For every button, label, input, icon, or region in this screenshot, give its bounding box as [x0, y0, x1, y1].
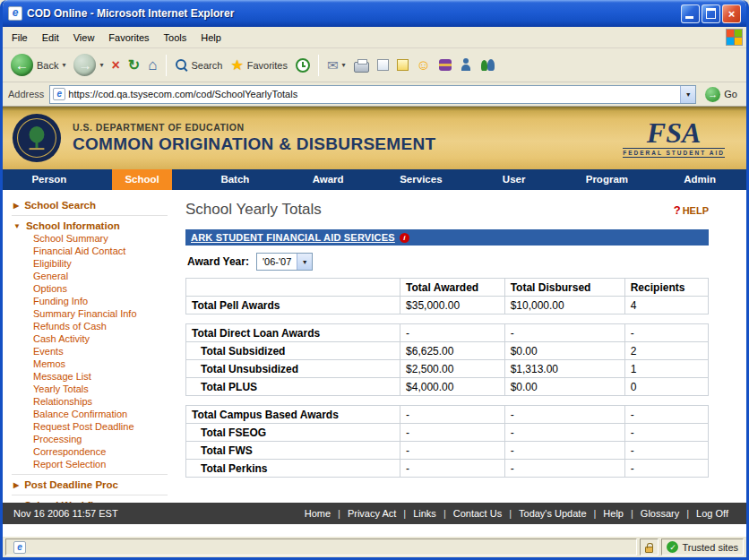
menu-file[interactable]: File [4, 29, 35, 47]
icq-button[interactable] [436, 57, 454, 73]
window-controls: × [681, 4, 741, 23]
footer-link-log-off[interactable]: Log Off [689, 508, 736, 519]
tab-label-batch: Batch [208, 169, 262, 190]
spacer-cell [186, 314, 400, 324]
cell-total-disbursed: $10,000.00 [504, 297, 624, 314]
cell-recipients: - [624, 406, 708, 424]
tab-award[interactable]: Award [281, 169, 374, 190]
footer-link-privacy-act[interactable]: Privacy Act [340, 508, 403, 519]
sidebar-header-post-deadline-proc[interactable]: ▶Post Deadline Proc [12, 477, 168, 492]
row-label: Total Direct Loan Awards [186, 324, 400, 342]
back-dropdown-icon[interactable]: ▾ [62, 61, 65, 69]
menu-edit[interactable]: Edit [35, 29, 66, 47]
forward-button[interactable]: → ▾ [71, 52, 106, 78]
table-header-cell: Recipients [624, 279, 708, 297]
mail-icon: ✉ [327, 57, 339, 73]
go-button[interactable]: → Go [702, 86, 741, 103]
search-label: Search [192, 60, 223, 71]
cell-total-disbursed: $1,313.00 [504, 360, 624, 378]
cell-recipients: 0 [624, 378, 708, 396]
tab-services[interactable]: Services [374, 169, 468, 190]
sidebar-item-relationships[interactable]: Relationships [12, 396, 168, 409]
sidebar-item-options[interactable]: Options [12, 283, 168, 296]
tab-batch[interactable]: Batch [189, 169, 282, 190]
sidebar-item-cash-activity[interactable]: Cash Activity [12, 333, 168, 346]
sidebar-section-school-information: ▼School InformationSchool SummaryFinanci… [12, 216, 168, 475]
footer-link-today-s-update[interactable]: Today's Update [512, 508, 593, 519]
tab-admin[interactable]: Admin [653, 169, 746, 190]
mail-dropdown-icon[interactable]: ▾ [342, 61, 346, 69]
address-input[interactable] [68, 89, 680, 99]
sidebar-item-memos[interactable]: Memos [12, 358, 168, 371]
sidebar-item-correspondence[interactable]: Correspondence [12, 446, 168, 459]
sidebar-item-school-summary[interactable]: School Summary [12, 233, 168, 246]
history-button[interactable] [293, 56, 313, 74]
address-dropdown-button[interactable]: ▼ [680, 86, 695, 103]
sidebar-item-funding-info[interactable]: Funding Info [12, 296, 168, 308]
sidebar-item-financial-aid-contact[interactable]: Financial Aid Contact [12, 246, 168, 258]
sidebar-item-events[interactable]: Events [12, 346, 168, 358]
triangle-right-icon: ▶ [13, 481, 19, 489]
search-icon [175, 58, 188, 72]
tab-school[interactable]: School [96, 169, 189, 190]
sidebar-item-yearly-totals[interactable]: Yearly Totals [12, 383, 168, 396]
help-link[interactable]: ? HELP [674, 203, 709, 217]
menu-favorites[interactable]: Favorites [101, 29, 156, 47]
sidebar-header-school-search[interactable]: ▶School Search [12, 197, 168, 212]
school-name-link[interactable]: ARK STUDENT FINANCIAL AID SERVICES [191, 232, 395, 243]
footer-link-glossary[interactable]: Glossary [633, 508, 686, 519]
tab-user[interactable]: User [468, 169, 561, 190]
footer-link-links[interactable]: Links [406, 508, 443, 519]
sidebar-item-report-selection[interactable]: Report Selection [12, 459, 168, 471]
info-icon[interactable]: i [400, 233, 409, 243]
refresh-button[interactable]: ↻ [125, 55, 142, 75]
footer-link-contact-us[interactable]: Contact Us [446, 508, 509, 519]
maximize-button[interactable] [702, 4, 720, 23]
sidebar-header-school-information[interactable]: ▼School Information [12, 218, 168, 233]
sidebar-item-refunds-of-cash[interactable]: Refunds of Cash [12, 321, 168, 333]
home-button[interactable]: ⌂ [145, 55, 159, 76]
forward-dropdown-icon[interactable]: ▾ [99, 61, 103, 69]
footer-link-help[interactable]: Help [596, 508, 631, 519]
back-button[interactable]: ← Back ▾ [8, 52, 68, 78]
menu-tools[interactable]: Tools [157, 29, 194, 47]
sidebar-item-balance-confirmation[interactable]: Balance Confirmation [12, 409, 168, 421]
edit-button[interactable] [374, 57, 392, 73]
award-year-select[interactable]: '06-'07 ▼ [256, 253, 313, 271]
tab-program[interactable]: Program [561, 169, 654, 190]
favorites-button[interactable]: ★ Favorites [228, 55, 290, 75]
menu-view[interactable]: View [66, 29, 102, 47]
table-row: Total Perkins--- [186, 460, 709, 478]
sidebar-item-summary-financial-info[interactable]: Summary Financial Info [12, 308, 168, 321]
sidebar-item-processing[interactable]: Processing [12, 434, 168, 446]
minimize-button[interactable] [681, 4, 700, 23]
research-button[interactable] [457, 56, 475, 73]
stop-icon: × [112, 57, 120, 73]
sidebar-item-eligibility[interactable]: Eligibility [12, 258, 168, 271]
mail-button[interactable]: ✉ ▾ [324, 56, 349, 75]
menu-help[interactable]: Help [194, 29, 228, 47]
sidebar-item-general[interactable]: General [12, 271, 168, 283]
tab-person[interactable]: Person [3, 169, 96, 190]
cell-total-disbursed: $0.00 [504, 378, 624, 396]
footer-link-home[interactable]: Home [297, 508, 338, 519]
fsa-subtitle: FEDERAL STUDENT AID [623, 148, 725, 158]
row-label: Total Pell Awards [186, 297, 400, 314]
menu-items: FileEditViewFavoritesToolsHelp [4, 29, 228, 47]
print-button[interactable] [351, 56, 372, 74]
contacts-button[interactable] [478, 56, 499, 73]
windows-logo-icon [726, 29, 743, 46]
select-dropdown-icon[interactable]: ▼ [297, 254, 312, 270]
messenger-smiley-icon: ☺ [417, 57, 431, 73]
sidebar-item-request-post-deadline[interactable]: Request Post Deadline [12, 421, 168, 434]
messenger-button[interactable]: ☺ [414, 56, 434, 75]
spacer-cell [504, 314, 624, 324]
stop-button[interactable]: × [109, 56, 123, 75]
close-button[interactable]: × [722, 4, 741, 23]
discuss-button[interactable] [394, 57, 411, 73]
cell-recipients: 2 [624, 342, 708, 360]
refresh-icon: ↻ [128, 56, 140, 73]
sidebar-item-message-list[interactable]: Message List [12, 371, 168, 383]
cell-total-disbursed: - [504, 424, 624, 442]
search-button[interactable]: Search [172, 56, 226, 73]
